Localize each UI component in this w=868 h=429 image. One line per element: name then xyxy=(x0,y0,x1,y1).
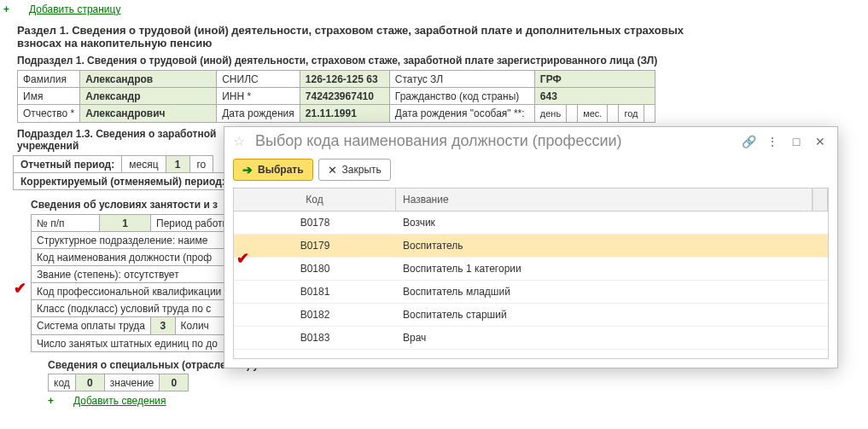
report-period-label: Отчетный период: xyxy=(14,156,122,173)
corr-period-label: Корректируемый (отменяемый) период: xyxy=(14,173,233,190)
employment-table: № п/п 1 Период работы в о Структурное по… xyxy=(31,214,253,352)
citizenship-value[interactable]: 643 xyxy=(534,88,655,105)
job-code-picker-dialog: ☆ Выбор кода наименования должности (про… xyxy=(224,126,838,368)
grid-row[interactable]: B0181Воспитатель младший xyxy=(234,281,828,304)
scrollbar[interactable] xyxy=(813,188,828,211)
patronymic-value[interactable]: Александрович xyxy=(80,105,217,123)
plus-icon: + xyxy=(48,395,54,407)
link-icon[interactable]: 🔗 xyxy=(740,133,757,150)
month-value[interactable]: 1 xyxy=(166,156,189,173)
citizenship-label: Гражданство (код страны) xyxy=(389,88,534,105)
dob-special-fields: день мес. год xyxy=(534,105,655,123)
job-code-label[interactable]: Код наименования должности (проф xyxy=(32,249,253,266)
inn-value[interactable]: 742423967410 xyxy=(300,88,389,105)
month-field[interactable] xyxy=(608,105,619,122)
positions-count-label: Число занятых штатных единиц по до xyxy=(32,335,253,352)
row-code: B0183 xyxy=(234,327,396,349)
row-code: B0179 xyxy=(234,235,396,257)
job-code-grid: Код Название B0178ВозчикB0179Воспитатель… xyxy=(233,188,829,359)
maximize-icon[interactable]: □ xyxy=(788,133,805,150)
grid-row[interactable]: B0183Врач xyxy=(234,327,828,350)
grid-row[interactable]: B0179Воспитатель xyxy=(234,235,828,258)
lastname-label: Фамилия xyxy=(18,71,80,88)
inn-label: ИНН * xyxy=(217,88,300,105)
special-code-label: код xyxy=(49,374,76,391)
row-name: Воспитатель 1 категории xyxy=(396,258,828,280)
row-name: Воспитатель младший xyxy=(396,281,828,303)
rank-label[interactable]: Звание (степень): отсутствует xyxy=(32,266,253,283)
month-label: мес. xyxy=(578,105,608,122)
plus-icon: + xyxy=(3,3,9,15)
np-value[interactable]: 1 xyxy=(100,215,151,232)
subsection1-title: Подраздел 1. Сведения о трудовой (иной) … xyxy=(17,55,851,67)
status-label: Статус ЗЛ xyxy=(389,71,534,88)
snils-label: СНИЛС xyxy=(217,71,300,88)
person-grid: Фамилия Александров СНИЛС 126-126-125 63… xyxy=(17,70,655,123)
firstname-value[interactable]: Александр xyxy=(80,88,217,105)
row-name: Воспитатель старший xyxy=(396,304,828,326)
select-button[interactable]: ➔ Выбрать xyxy=(233,159,313,181)
year-label: год xyxy=(619,105,644,122)
red-check-icon: ✔ xyxy=(236,249,249,268)
grid-row[interactable]: B0180Воспитатель 1 категории xyxy=(234,258,828,281)
dialog-title: Выбор кода наименования должности (профе… xyxy=(252,132,733,150)
special-value-value[interactable]: 0 xyxy=(160,374,189,391)
favorite-star-icon[interactable]: ☆ xyxy=(233,133,245,149)
special-code-value[interactable]: 0 xyxy=(75,374,104,391)
close-button-label: Закрыть xyxy=(342,164,382,176)
add-page-link[interactable]: Добавить страницу xyxy=(29,2,120,17)
col-code-header[interactable]: Код xyxy=(234,188,396,211)
dob-value[interactable]: 21.11.1991 xyxy=(300,105,389,123)
year-label-short: го xyxy=(189,156,213,173)
row-name: Воспитатель xyxy=(396,235,828,257)
np-label: № п/п xyxy=(32,215,100,232)
row-code: B0181 xyxy=(234,281,396,303)
corr-period-row: Корректируемый (отменяемый) период: xyxy=(13,172,233,190)
select-arrow-icon: ➔ xyxy=(242,163,253,177)
row-code: B0178 xyxy=(234,212,396,234)
close-button[interactable]: ✕ Закрыть xyxy=(318,159,391,181)
grf-label: ГРФ xyxy=(534,71,655,88)
grid-row[interactable]: B0182Воспитатель старший xyxy=(234,304,828,327)
day-field[interactable] xyxy=(567,105,578,122)
struct-unit-label: Структурное подразделение: наиме xyxy=(32,232,253,249)
row-code: B0182 xyxy=(234,304,396,326)
select-button-label: Выбрать xyxy=(258,164,304,176)
row-name: Возчик xyxy=(396,212,828,234)
day-label: день xyxy=(535,105,567,122)
section1-title: Раздел 1. Сведения о трудовой (иной) дея… xyxy=(17,24,717,49)
snils-value[interactable]: 126-126-125 63 xyxy=(300,71,389,88)
year-field[interactable] xyxy=(644,105,655,122)
firstname-label: Имя xyxy=(18,88,80,105)
pay-system-label: Система оплаты труда xyxy=(32,317,151,335)
row-code: B0180 xyxy=(234,258,396,280)
red-check-icon: ✔ xyxy=(14,279,26,298)
special-table: код 0 значение 0 xyxy=(48,374,189,391)
col-name-header[interactable]: Название xyxy=(396,188,813,211)
dob-special-label: Дата рождения "особая" **: xyxy=(389,105,534,123)
dob-label: Дата рождения xyxy=(217,105,300,123)
report-period-row: Отчетный период: месяц 1 го xyxy=(13,155,213,173)
row-name: Врач xyxy=(396,327,828,349)
prof-qual-label: Код профессиональной квалификации xyxy=(32,283,253,300)
pay-system-value[interactable]: 3 xyxy=(151,317,175,334)
add-info-link[interactable]: Добавить сведения xyxy=(73,393,166,409)
close-x-icon: ✕ xyxy=(328,164,337,177)
close-icon[interactable]: ✕ xyxy=(812,133,829,150)
month-label: месяц xyxy=(122,156,166,173)
patronymic-label: Отчество * xyxy=(18,105,80,123)
grid-row[interactable]: B0178Возчик xyxy=(234,212,828,235)
special-value-label: значение xyxy=(104,374,159,391)
lastname-value[interactable]: Александров xyxy=(80,71,217,88)
class-conditions-label: Класс (подкласс) условий труда по с xyxy=(32,300,253,317)
more-icon[interactable]: ⋮ xyxy=(764,133,781,150)
